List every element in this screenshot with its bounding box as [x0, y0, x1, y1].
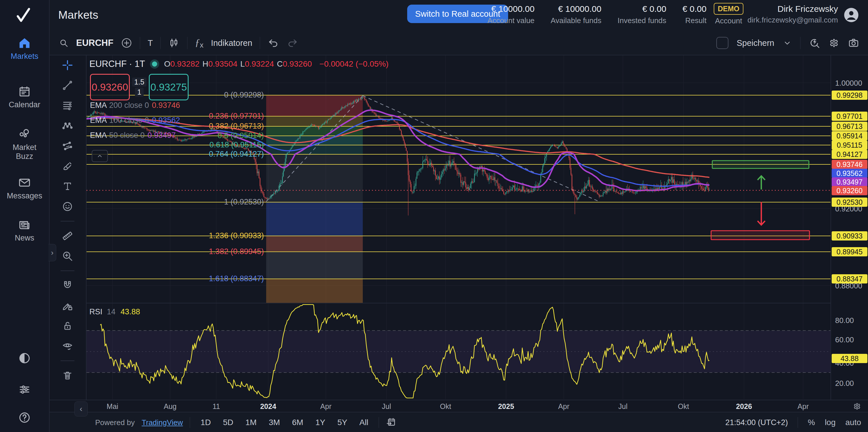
symbol-button[interactable]: EURCHF	[76, 38, 113, 48]
user-block[interactable]: Dirk Friczewsky dirk.friczewsky@gmail.co…	[747, 4, 838, 25]
powered-by-label: Powered by	[95, 418, 135, 427]
fib-retracement-icon[interactable]	[62, 100, 73, 111]
crosshair-icon[interactable]	[62, 59, 73, 71]
sidebar-item-news[interactable]: News	[0, 218, 49, 243]
contrast-icon[interactable]	[0, 352, 49, 366]
stat-available-funds: € 10000.00Available funds	[551, 4, 601, 25]
app-logo-check-icon[interactable]	[14, 6, 32, 25]
undo-icon[interactable]	[268, 37, 279, 49]
emoji-icon[interactable]	[62, 201, 73, 212]
tradingview-link[interactable]: TradingView	[142, 418, 183, 427]
compare-add-icon[interactable]	[121, 37, 132, 49]
range-6m[interactable]: 6M	[289, 416, 307, 429]
interval-button[interactable]: T	[148, 38, 153, 48]
percent-scale-toggle[interactable]: %	[808, 418, 815, 427]
ema-200-legend[interactable]: EMA200 close 00.93746	[90, 101, 180, 110]
home-icon	[18, 36, 31, 50]
symbol-legend[interactable]: EURCHF · 1T O0.93282H0.93504L0.93224C0.9…	[89, 59, 391, 69]
avatar-icon[interactable]	[843, 6, 860, 24]
ruler-icon[interactable]	[62, 230, 73, 242]
range-1y[interactable]: 1Y	[312, 416, 329, 429]
eye-icon[interactable]	[62, 340, 73, 352]
zoom-in-icon[interactable]	[62, 250, 73, 262]
rsi-legend[interactable]: RSI 14 43.88	[89, 307, 140, 316]
sidebar-item-markets[interactable]: Markets	[0, 36, 49, 61]
symbol-interval-title: EURCHF · 1T	[89, 59, 145, 69]
chart-canvas[interactable]	[87, 55, 831, 400]
spread-bottom: 1	[135, 88, 144, 97]
save-button[interactable]: Speichern	[737, 38, 774, 48]
pane-separator[interactable]	[87, 303, 868, 303]
price-badge: 0.93260	[832, 186, 867, 195]
trendline-icon[interactable]	[62, 80, 73, 91]
price-badge: 0.93746	[832, 160, 867, 169]
redo-icon[interactable]	[287, 37, 298, 49]
channel-icon[interactable]	[62, 140, 73, 152]
rsi-value: 43.88	[121, 307, 140, 316]
camera-snapshot-icon[interactable]	[848, 37, 859, 49]
sidebar: MarketsCalendarMarket BuzzMessagesNews	[0, 0, 50, 432]
sidebar-item-label: News	[0, 234, 49, 243]
range-5y[interactable]: 5Y	[334, 416, 351, 429]
quote-panel: 0.93260 1.5 1 0.93275	[90, 74, 189, 100]
range-1m[interactable]: 1M	[242, 416, 260, 429]
gear-icon[interactable]	[828, 37, 840, 49]
rsi-name: RSI	[89, 307, 102, 316]
log-scale-toggle[interactable]: log	[825, 418, 835, 427]
go-to-date-icon[interactable]	[386, 417, 396, 428]
save-checkbox[interactable]	[716, 37, 728, 49]
chart-type-candles-icon[interactable]	[168, 37, 180, 49]
indicators-fx-icon[interactable]: ƒx	[195, 37, 204, 49]
scale-label: 80.00	[835, 316, 854, 325]
price-badge: 0.99298	[832, 91, 867, 100]
sidebar-item-messages[interactable]: Messages	[0, 176, 49, 200]
sidebar-item-calendar[interactable]: Calendar	[0, 85, 49, 109]
time-label: Okt	[678, 402, 689, 411]
edit-lock-icon[interactable]	[62, 300, 73, 311]
sidebar-item-market-buzz[interactable]: Market Buzz	[0, 127, 49, 161]
range-1d[interactable]: 1D	[197, 416, 214, 429]
price-scale[interactable]: 1.000000.920000.8800080.0060.0040.0020.0…	[831, 55, 868, 400]
chevron-down-icon[interactable]	[782, 38, 792, 48]
range-all[interactable]: All	[356, 416, 372, 429]
price-badge: 0.96713	[832, 122, 867, 131]
user-name: Dirk Friczewsky	[747, 4, 838, 14]
sidebar-item-label: Market Buzz	[0, 143, 49, 161]
price-badge: 0.95115	[832, 141, 867, 150]
lock-icon[interactable]	[62, 320, 73, 332]
brush-icon[interactable]	[62, 160, 73, 172]
time-label: 2024	[260, 402, 276, 411]
toolbar-collapse-chevron-icon[interactable]: ‹	[74, 401, 88, 416]
legend-collapse-button[interactable]	[92, 150, 108, 162]
ema-100-legend[interactable]: EMA100 close 00.93562	[90, 116, 180, 125]
help-icon[interactable]	[0, 411, 49, 425]
sell-button[interactable]: 0.93260	[90, 74, 130, 100]
indicators-button[interactable]: Indikatoren	[211, 38, 252, 48]
pattern-icon[interactable]	[62, 120, 73, 131]
sidebar-item-label: Markets	[0, 52, 49, 61]
fib-label: 0.618 (0.95115)	[160, 141, 264, 149]
clock-timezone[interactable]: 21:54:00 (UTC+2)	[725, 418, 788, 427]
buy-button[interactable]: 0.93275	[149, 74, 189, 100]
ema-50-legend[interactable]: EMA50 close 00.93497	[90, 131, 176, 140]
price-badge: 0.94127	[832, 150, 867, 159]
sidebar-expand-chevron-icon[interactable]: ›	[49, 244, 56, 261]
time-label: Okt	[440, 402, 451, 411]
range-3m[interactable]: 3M	[265, 416, 283, 429]
sliders-icon[interactable]	[0, 383, 49, 397]
axis-settings-gear-icon[interactable]	[852, 402, 862, 411]
demo-account-column: DEMO Account	[714, 3, 743, 25]
magnet-icon[interactable]	[62, 280, 73, 291]
price-badge: 0.92530	[832, 197, 867, 207]
quick-search-icon[interactable]	[809, 37, 820, 49]
price-badge: 0.97701	[832, 112, 867, 121]
trash-icon[interactable]	[62, 370, 73, 381]
search-icon[interactable]	[59, 38, 69, 48]
fib-label: 1.382 (0.89945)	[160, 247, 264, 256]
range-5d[interactable]: 5D	[219, 416, 237, 429]
text-tool-icon[interactable]	[62, 181, 73, 192]
stat-invested-funds: € 0.00Invested funds	[617, 4, 666, 25]
time-axis[interactable]: MaiAug112024AprJulOkt2025AprJulOkt2026Ap…	[49, 400, 868, 412]
auto-scale-toggle[interactable]: auto	[845, 418, 861, 427]
rsi-param: 14	[107, 307, 116, 316]
